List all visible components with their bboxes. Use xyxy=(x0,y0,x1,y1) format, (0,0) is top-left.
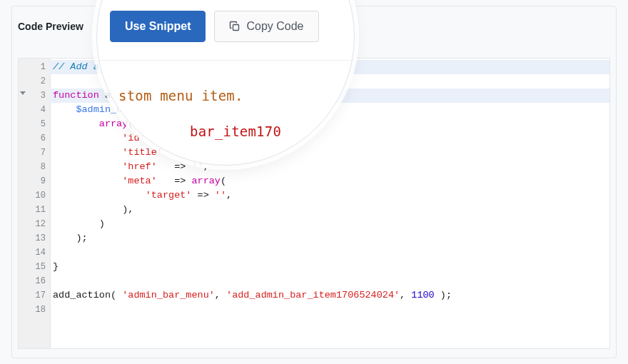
gutter-line: 14 xyxy=(19,246,50,260)
code-line[interactable] xyxy=(50,303,609,317)
gutter-line: 1 xyxy=(19,60,50,74)
code-line[interactable]: add_action( 'admin_bar_menu', 'add_admin… xyxy=(50,288,609,303)
lens-divider xyxy=(97,60,354,61)
gutter-line: 6 xyxy=(19,131,50,146)
gutter-line: 4 xyxy=(19,103,50,117)
use-snippet-button[interactable]: Use Snippet xyxy=(110,11,206,42)
code-line[interactable]: ) xyxy=(50,217,609,231)
code-line[interactable]: 'id' => xyxy=(50,131,609,146)
code-line[interactable] xyxy=(50,246,609,260)
code-line[interactable]: } xyxy=(50,260,609,274)
gutter-line: 5 xyxy=(19,117,50,131)
gutter-line: 2 xyxy=(19,74,50,89)
lens-string-fragment: bar_item170 xyxy=(190,123,281,139)
copy-code-label: Copy Code xyxy=(246,20,303,33)
copy-code-button[interactable]: Copy Code xyxy=(214,11,318,42)
gutter-line: 10 xyxy=(19,188,50,203)
fold-arrow-icon[interactable] xyxy=(20,91,26,95)
gutter-line: 3 xyxy=(19,89,50,103)
gutter-line: 12 xyxy=(19,217,50,231)
copy-icon xyxy=(229,21,240,32)
gutter-line: 15 xyxy=(19,260,50,274)
code-line[interactable] xyxy=(50,274,609,288)
gutter-line: 11 xyxy=(19,203,50,217)
code-line[interactable]: 'meta' => array( xyxy=(50,174,609,188)
code-line[interactable]: 'href' => '', xyxy=(50,160,609,174)
code-line[interactable]: 'title' => '', xyxy=(50,146,609,160)
gutter-line: 9 xyxy=(19,174,50,188)
gutter: 123456789101112131415161718 xyxy=(19,59,51,348)
panel-title: Code Preview xyxy=(18,21,83,32)
svg-rect-0 xyxy=(233,25,239,31)
gutter-line: 18 xyxy=(19,303,50,317)
gutter-line: 17 xyxy=(19,288,50,303)
code-line[interactable]: ); xyxy=(50,231,609,246)
gutter-line: 13 xyxy=(19,231,50,246)
gutter-line: 16 xyxy=(19,274,50,288)
lens-comment-fragment: stom menu item. xyxy=(118,88,243,103)
code-line[interactable]: 'target' => '', xyxy=(50,188,609,203)
gutter-line: 7 xyxy=(19,146,50,160)
gutter-line: 8 xyxy=(19,160,50,174)
code-line[interactable]: ), xyxy=(50,203,609,217)
